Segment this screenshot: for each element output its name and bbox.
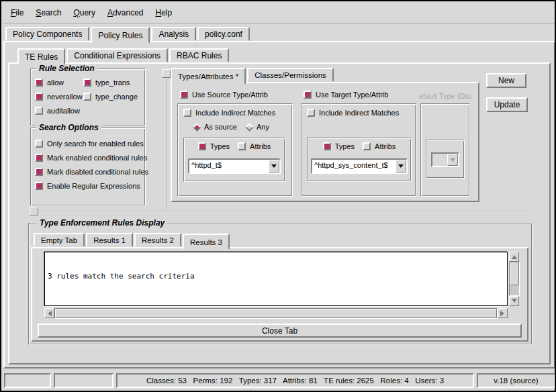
tab-policy-rules[interactable]: Policy Rules <box>91 27 150 44</box>
tab-empty[interactable]: Empty Tab <box>34 233 85 247</box>
combo-dropdown-arrow-icon <box>447 154 458 166</box>
checkbox-type-change[interactable]: type_change <box>83 93 142 101</box>
tab-results-2[interactable]: Results 2 <box>134 233 181 247</box>
checkbox-type-trans[interactable]: type_trans <box>83 79 142 87</box>
checkbox-indicator <box>198 142 206 150</box>
types-attributes-panel: Use Source Type/Attrib Include Indirect … <box>171 82 479 202</box>
rule-selection-title: Rule Selection <box>36 64 97 73</box>
hscroll-thumb[interactable] <box>55 309 497 318</box>
status-stats: Classes: 53 Perms: 192 Types: 317 Attrib… <box>116 373 474 388</box>
checkbox-only-enabled-rules[interactable]: Only search for enabled rules <box>35 140 148 148</box>
checkbox-indicator <box>35 140 43 148</box>
menu-bar: File Search Query Advanced Help <box>3 3 555 23</box>
checkbox-indicator <box>304 91 312 99</box>
source-type-value: ^httpd_t$ <box>189 160 269 173</box>
horizontal-scrollbar[interactable] <box>44 308 508 319</box>
vscroll-thumb[interactable] <box>510 262 519 285</box>
menu-advanced[interactable]: Advanced <box>107 8 143 17</box>
results-page: 3 rules match the search criteria (5822)… <box>31 247 528 342</box>
checkbox-mark-enabled-conditional[interactable]: Mark enabled conditional rules <box>35 154 148 162</box>
scroll-up-icon[interactable] <box>509 252 519 262</box>
menu-query[interactable]: Query <box>73 8 95 17</box>
vertical-sash <box>166 68 167 209</box>
menu-help[interactable]: Help <box>155 8 172 17</box>
new-button[interactable]: New <box>486 73 526 88</box>
tab-policy-conf[interactable]: policy.conf <box>197 27 250 41</box>
checkbox-use-source[interactable]: Use Source Type/Attrib <box>180 91 268 99</box>
target-type-combobox[interactable]: ^httpd_sys_content_t$ <box>311 158 408 174</box>
combo-dropdown-arrow-icon[interactable] <box>269 160 279 173</box>
checkbox-indicator <box>35 182 43 190</box>
checkbox-auditallow[interactable]: auditallow <box>35 107 83 115</box>
checkbox-enable-regex[interactable]: Enable Regular Expressions <box>35 182 148 190</box>
tab-rbac-rules[interactable]: RBAC Rules <box>169 48 229 62</box>
status-version: v.18 (source) <box>477 373 555 388</box>
radio-any[interactable]: Any <box>246 123 269 131</box>
te-rules-display-title: Type Enforcement Rules Display <box>37 218 167 228</box>
search-options-title: Search Options <box>36 123 101 132</box>
main-tab-bar: Policy Components Policy Rules Analysis … <box>5 26 251 42</box>
radio-indicator <box>245 123 254 132</box>
tab-results-3[interactable]: Results 3 <box>183 234 230 250</box>
combo-dropdown-arrow-icon[interactable] <box>396 160 406 173</box>
tab-te-rules[interactable]: TE Rules <box>17 48 65 65</box>
checkbox-source-attribs[interactable]: Attribs <box>238 142 271 150</box>
tab-analysis[interactable]: Analysis <box>151 27 196 41</box>
checkbox-neverallow[interactable]: neverallow <box>35 93 83 101</box>
status-segment-left <box>4 373 51 388</box>
target-type-value: ^httpd_sys_content_t$ <box>312 160 396 173</box>
checkbox-indicator <box>363 142 371 150</box>
checkbox-indicator <box>35 93 43 101</box>
status-bar: Classes: 53 Perms: 192 Types: 317 Attrib… <box>3 373 556 391</box>
checkbox-indicator <box>35 154 43 162</box>
scroll-right-icon[interactable] <box>498 308 508 318</box>
checkbox-indicator <box>183 109 191 117</box>
checkbox-indicator <box>180 91 188 99</box>
menu-file[interactable]: File <box>11 8 24 17</box>
tab-policy-components[interactable]: Policy Components <box>5 27 89 41</box>
checkbox-target-types[interactable]: Types <box>323 142 355 150</box>
source-type-combobox[interactable]: ^httpd_t$ <box>188 158 281 174</box>
default-type-box <box>426 140 465 179</box>
radio-indicator <box>193 123 201 132</box>
apol-window: File Search Query Advanced Help Policy C… <box>0 0 556 392</box>
checkbox-source-types[interactable]: Types <box>198 142 230 150</box>
target-frame: Include Indirect Matches Types Attribs ^… <box>301 103 416 197</box>
checkbox-indicator <box>35 107 43 115</box>
checkbox-allow[interactable]: allow <box>35 79 83 87</box>
vertical-sash-handle[interactable] <box>162 69 171 78</box>
checkbox-mark-disabled-conditional[interactable]: Mark disabled conditional rules <box>35 168 148 176</box>
checkbox-indicator <box>35 79 43 87</box>
te-rules-display-group: Type Enforcement Rules Display Empty Tab… <box>28 223 532 345</box>
checkbox-indicator <box>238 142 246 150</box>
results-summary: 3 rules match the search criteria <box>48 272 507 281</box>
horizontal-sash <box>28 211 532 211</box>
checkbox-indicator <box>35 168 43 176</box>
checkbox-use-target[interactable]: Use Target Type/Attrib <box>304 91 388 99</box>
close-tab-button[interactable]: Close Tab <box>38 324 522 338</box>
update-button[interactable]: Update <box>486 97 528 112</box>
status-segment-mid <box>54 373 113 388</box>
radio-as-source[interactable]: As source <box>194 123 237 131</box>
tab-conditional-expressions[interactable]: Conditional Expressions <box>66 48 168 62</box>
scroll-down-icon[interactable] <box>509 296 519 306</box>
search-options-group: Search Options Only search for enabled r… <box>30 128 146 206</box>
checkbox-target-attribs[interactable]: Attribs <box>363 142 396 150</box>
tab-types-attributes[interactable]: Types/Attributes * <box>171 68 246 85</box>
checkbox-indicator <box>83 93 91 101</box>
checkbox-source-indirect[interactable]: Include Indirect Matches <box>183 109 275 117</box>
default-type-combobox <box>431 152 459 167</box>
horizontal-sash-handle[interactable] <box>30 207 38 215</box>
ta-tab-bar: Types/Attributes * Classes/Permissions <box>171 66 335 83</box>
source-types-box: Types Attribs ^httpd_t$ <box>183 138 285 182</box>
menu-search[interactable]: Search <box>36 8 61 17</box>
checkbox-target-indirect[interactable]: Include Indirect Matches <box>307 109 399 117</box>
checkbox-indicator <box>83 79 91 87</box>
tab-results-1[interactable]: Results 1 <box>86 233 133 247</box>
tab-classes-permissions[interactable]: Classes/Permissions <box>247 68 334 82</box>
results-tab-bar: Empty Tab Results 1 Results 2 Results 3 <box>34 232 231 248</box>
vertical-scrollbar[interactable] <box>509 252 520 306</box>
results-text[interactable]: 3 rules match the search criteria (5822)… <box>44 252 508 306</box>
checkbox-indicator <box>323 142 331 150</box>
scroll-left-icon[interactable] <box>44 308 54 318</box>
